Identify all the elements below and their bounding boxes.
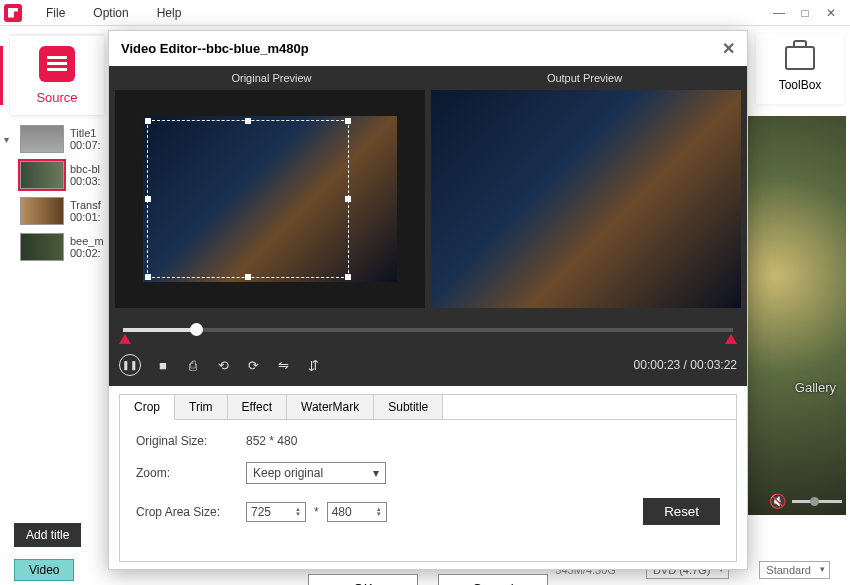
output-preview-label: Output Preview bbox=[428, 66, 741, 90]
toolbox-tab[interactable]: ToolBox bbox=[756, 34, 844, 104]
clip-thumb[interactable] bbox=[20, 125, 64, 153]
video-chip[interactable]: Video bbox=[14, 559, 74, 581]
source-icon bbox=[39, 46, 75, 82]
crop-size-label: Crop Area Size: bbox=[136, 505, 246, 519]
pause-button[interactable]: ❚❚ bbox=[119, 354, 141, 376]
timeline bbox=[109, 314, 747, 348]
editor-tabs-panel: Crop Trim Effect WaterMark Subtitle Orig… bbox=[119, 394, 737, 562]
editor-tabs: Crop Trim Effect WaterMark Subtitle bbox=[120, 395, 736, 420]
spinner-icon[interactable]: ▲▼ bbox=[376, 507, 382, 517]
menubar: File Option Help — □ ✕ bbox=[0, 0, 850, 26]
dialog-footer: OK Cancel bbox=[109, 562, 747, 585]
clip-row[interactable]: ▾ Title100:07: bbox=[0, 123, 110, 159]
gallery-label: Gallery bbox=[795, 380, 836, 395]
trim-end-marker[interactable] bbox=[725, 334, 737, 344]
tab-effect[interactable]: Effect bbox=[228, 395, 287, 419]
clip-time: 00:01: bbox=[70, 211, 101, 223]
left-panel: Source ▾ Title100:07: bbc-bl00:03: Trans… bbox=[0, 26, 110, 585]
zoom-select[interactable]: Keep original bbox=[246, 462, 386, 484]
clip-time: 00:02: bbox=[70, 247, 104, 259]
clip-thumb[interactable] bbox=[20, 197, 64, 225]
clip-name: bbc-bl bbox=[70, 163, 101, 175]
volume-slider[interactable] bbox=[792, 500, 842, 503]
quality-select[interactable]: Standard bbox=[759, 561, 830, 579]
time-display: 00:00:23 / 00:03:22 bbox=[634, 358, 737, 372]
seek-slider[interactable] bbox=[123, 328, 733, 332]
cancel-button[interactable]: Cancel bbox=[438, 574, 548, 585]
flip-vertical-button[interactable]: ⇵ bbox=[305, 358, 321, 373]
clip-name: bee_m bbox=[70, 235, 104, 247]
crop-separator: * bbox=[314, 505, 319, 519]
original-preview-label: Original Preview bbox=[115, 66, 428, 90]
dialog-titlebar: Video Editor--bbc-blue_m480p ✕ bbox=[109, 31, 747, 66]
right-panel: ToolBox Gallery 🔇 bbox=[750, 26, 850, 555]
add-title-button[interactable]: Add title bbox=[14, 523, 81, 547]
clip-row[interactable]: bbc-bl00:03: bbox=[0, 159, 110, 195]
app-icon bbox=[4, 4, 22, 22]
clip-row[interactable]: bee_m00:02: bbox=[0, 231, 110, 267]
flip-horizontal-button[interactable]: ⇋ bbox=[275, 358, 291, 373]
original-size-label: Original Size: bbox=[136, 434, 246, 448]
clip-name: Transf bbox=[70, 199, 101, 211]
menu-help[interactable]: Help bbox=[143, 6, 196, 20]
source-tab[interactable]: Source bbox=[10, 34, 104, 115]
speaker-icon[interactable]: 🔇 bbox=[769, 493, 786, 509]
crop-height-input[interactable]: 480 ▲▼ bbox=[327, 502, 387, 522]
expand-icon[interactable]: ▾ bbox=[4, 134, 14, 145]
crop-selection[interactable] bbox=[147, 120, 349, 278]
clip-row[interactable]: Transf00:01: bbox=[0, 195, 110, 231]
clip-time: 00:03: bbox=[70, 175, 101, 187]
tab-subtitle[interactable]: Subtitle bbox=[374, 395, 443, 419]
stop-button[interactable]: ■ bbox=[155, 358, 171, 373]
tab-crop[interactable]: Crop bbox=[120, 395, 175, 420]
spinner-icon[interactable]: ▲▼ bbox=[295, 507, 301, 517]
close-button[interactable]: ✕ bbox=[824, 6, 838, 20]
trim-start-marker[interactable] bbox=[119, 334, 131, 344]
clip-time: 00:07: bbox=[70, 139, 101, 151]
dialog-close-button[interactable]: ✕ bbox=[722, 39, 735, 58]
volume-control[interactable]: 🔇 bbox=[769, 493, 842, 509]
clip-list: ▾ Title100:07: bbc-bl00:03: Transf00:01:… bbox=[0, 123, 110, 267]
rotate-right-button[interactable]: ⟳ bbox=[245, 358, 261, 373]
rotate-left-button[interactable]: ⟲ bbox=[215, 358, 231, 373]
crop-form: Original Size: 852 * 480 Zoom: Keep orig… bbox=[120, 420, 736, 553]
snapshot-button[interactable]: ⎙ bbox=[185, 358, 201, 373]
toolbox-label: ToolBox bbox=[756, 78, 844, 92]
original-size-value: 852 * 480 bbox=[246, 434, 297, 448]
menu-file[interactable]: File bbox=[32, 6, 79, 20]
source-label: Source bbox=[10, 90, 104, 105]
reset-button[interactable]: Reset bbox=[643, 498, 720, 525]
window-controls: — □ ✕ bbox=[772, 6, 846, 20]
tab-trim[interactable]: Trim bbox=[175, 395, 228, 419]
dialog-title: Video Editor--bbc-blue_m480p bbox=[121, 41, 309, 56]
output-preview bbox=[431, 90, 741, 308]
menu-option[interactable]: Option bbox=[79, 6, 142, 20]
clip-thumb[interactable] bbox=[20, 233, 64, 261]
minimize-button[interactable]: — bbox=[772, 6, 786, 20]
clip-name: Title1 bbox=[70, 127, 101, 139]
original-preview[interactable] bbox=[115, 90, 425, 308]
maximize-button[interactable]: □ bbox=[798, 6, 812, 20]
clip-thumb[interactable] bbox=[20, 161, 64, 189]
zoom-label: Zoom: bbox=[136, 466, 246, 480]
video-editor-dialog: Video Editor--bbc-blue_m480p ✕ Original … bbox=[108, 30, 748, 570]
crop-width-input[interactable]: 725 ▲▼ bbox=[246, 502, 306, 522]
preview-area: Original Preview Output Preview bbox=[109, 66, 747, 314]
ok-button[interactable]: OK bbox=[308, 574, 418, 585]
playback-controls: ❚❚ ■ ⎙ ⟲ ⟳ ⇋ ⇵ 00:00:23 / 00:03:22 bbox=[109, 348, 747, 386]
tab-watermark[interactable]: WaterMark bbox=[287, 395, 374, 419]
toolbox-icon bbox=[785, 46, 815, 70]
